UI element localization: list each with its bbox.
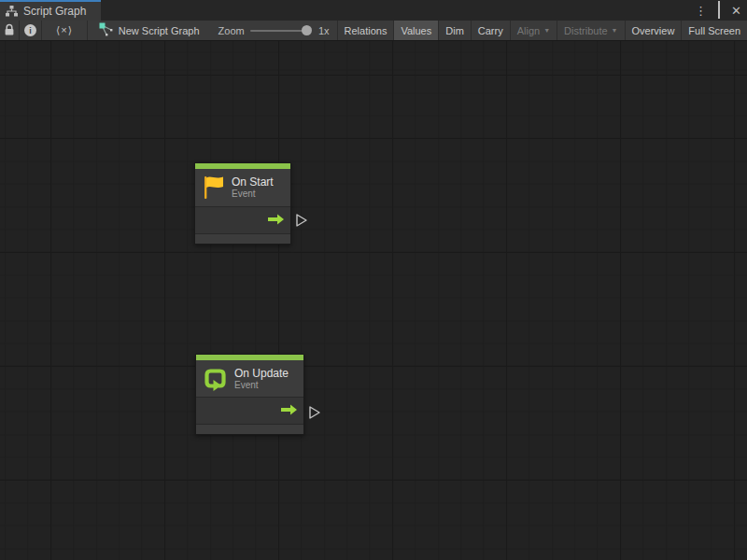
zoom-value: 1x — [318, 25, 330, 36]
node-subtitle: Event — [234, 380, 289, 391]
overview-label: Overview — [632, 25, 675, 36]
dim-label: Dim — [445, 25, 464, 36]
relations-toggle[interactable]: Relations — [338, 21, 394, 40]
maximize-icon[interactable] — [718, 5, 720, 17]
script-graph-window: Script Graph ⋮ ✕ i ⟨×⟩ — [0, 0, 747, 560]
zoom-slider-track — [250, 30, 308, 32]
values-label: Values — [401, 25, 431, 36]
tab-script-graph[interactable]: Script Graph — [0, 0, 101, 21]
align-label: Align — [517, 25, 540, 36]
node-footer — [195, 234, 290, 244]
chevron-down-icon: ▼ — [543, 27, 550, 34]
flow-arrow-icon — [281, 402, 298, 419]
graph-hierarchy-icon — [6, 6, 18, 17]
align-dropdown[interactable]: Align ▼ — [511, 21, 557, 40]
distribute-label: Distribute — [564, 25, 607, 36]
close-icon[interactable]: ✕ — [731, 5, 741, 17]
code-preview-button[interactable]: ⟨×⟩ — [42, 21, 86, 40]
output-port[interactable] — [295, 213, 308, 228]
new-graph-label: New Script Graph — [119, 25, 200, 36]
loop-icon — [203, 366, 228, 391]
zoom-label: Zoom — [218, 25, 245, 36]
tab-label: Script Graph — [23, 5, 86, 18]
carry-toggle[interactable]: Carry — [472, 21, 510, 40]
distribute-dropdown[interactable]: Distribute ▼ — [557, 21, 624, 40]
graph-toolbar: i ⟨×⟩ New Script Graph Zoom 1x — [0, 21, 747, 41]
node-titles: On Update Event — [234, 367, 289, 391]
full-screen-toggle[interactable]: Full Screen — [682, 21, 747, 40]
graph-canvas[interactable]: On Start Event — [0, 41, 747, 560]
values-toggle[interactable]: Values — [394, 21, 438, 40]
node-header: On Start Event — [195, 169, 290, 207]
node-port-row — [196, 398, 303, 425]
node-on-start[interactable]: On Start Event — [194, 162, 291, 245]
toolbar-toggle-group: Relations Values Dim Carry Align ▼ Distr… — [337, 21, 747, 40]
output-port[interactable] — [308, 405, 321, 420]
node-subtitle: Event — [232, 189, 274, 200]
kebab-menu-icon[interactable]: ⋮ — [695, 5, 707, 17]
lock-button[interactable] — [0, 21, 19, 40]
maximize-box — [718, 1, 720, 19]
graph-info-button[interactable]: i — [20, 21, 42, 40]
zoom-slider[interactable] — [250, 21, 312, 40]
overview-button[interactable]: Overview — [626, 21, 682, 40]
tab-bar: Script Graph ⋮ ✕ — [0, 0, 747, 21]
zoom-slider-handle[interactable] — [302, 25, 312, 35]
node-titles: On Start Event — [232, 175, 274, 200]
node-on-update[interactable]: On Update Event — [195, 354, 304, 435]
node-footer — [196, 425, 303, 434]
flow-arrow-icon — [268, 212, 285, 229]
full-screen-label: Full Screen — [688, 25, 740, 36]
relations-label: Relations — [345, 25, 388, 36]
node-port-row — [195, 207, 290, 234]
chevron-down-icon: ▼ — [612, 27, 618, 34]
node-title: On Start — [232, 175, 274, 189]
node-header: On Update Event — [196, 360, 303, 398]
new-script-graph-button[interactable]: New Script Graph — [88, 21, 209, 40]
code-brackets-icon: ⟨×⟩ — [56, 24, 73, 36]
node-title: On Update — [234, 367, 289, 380]
flag-icon — [202, 175, 225, 201]
dim-toggle[interactable]: Dim — [439, 21, 471, 40]
carry-label: Carry — [478, 25, 503, 36]
lock-icon — [4, 23, 15, 38]
tabbar-controls: ⋮ ✕ — [695, 0, 741, 21]
new-graph-icon — [99, 22, 113, 38]
info-icon: i — [24, 24, 36, 36]
